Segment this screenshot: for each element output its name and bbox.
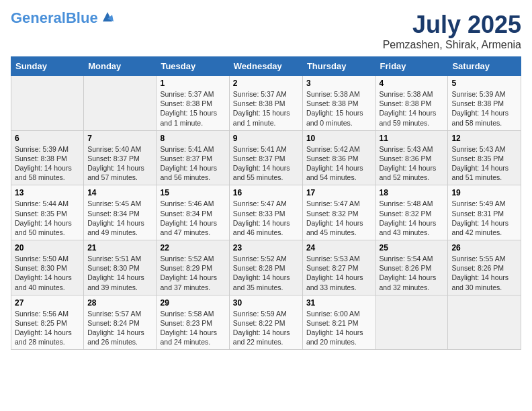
day-info: Sunrise: 5:47 AM Sunset: 8:32 PM Dayligh…	[306, 199, 363, 236]
day-cell	[448, 295, 521, 350]
day-info: Sunrise: 5:59 AM Sunset: 8:22 PM Dayligh…	[233, 310, 290, 347]
day-cell: 16Sunrise: 5:47 AM Sunset: 8:33 PM Dayli…	[229, 185, 302, 240]
week-row-3: 13Sunrise: 5:44 AM Sunset: 8:35 PM Dayli…	[11, 185, 521, 240]
day-number: 30	[233, 298, 299, 308]
logo-blue: Blue	[66, 9, 98, 26]
day-info: Sunrise: 5:55 AM Sunset: 8:26 PM Dayligh…	[451, 255, 508, 291]
column-header-saturday: Saturday	[448, 57, 521, 76]
day-info: Sunrise: 5:40 AM Sunset: 8:37 PM Dayligh…	[87, 145, 144, 182]
header-row: SundayMondayTuesdayWednesdayThursdayFrid…	[11, 57, 521, 76]
day-number: 6	[15, 134, 80, 143]
day-cell: 8Sunrise: 5:41 AM Sunset: 8:37 PM Daylig…	[157, 130, 229, 185]
week-row-5: 27Sunrise: 5:56 AM Sunset: 8:25 PM Dayli…	[11, 295, 521, 350]
day-number: 20	[15, 243, 80, 253]
day-info: Sunrise: 5:39 AM Sunset: 8:38 PM Dayligh…	[451, 90, 508, 127]
day-info: Sunrise: 5:52 AM Sunset: 8:28 PM Dayligh…	[233, 255, 290, 291]
day-number: 14	[87, 188, 152, 197]
day-cell: 1Sunrise: 5:37 AM Sunset: 8:38 PM Daylig…	[157, 76, 229, 131]
page-subtitle: Pemzashen, Shirak, Armenia	[383, 39, 521, 51]
day-number: 12	[451, 134, 517, 143]
day-info: Sunrise: 5:42 AM Sunset: 8:36 PM Dayligh…	[306, 145, 363, 182]
day-info: Sunrise: 5:50 AM Sunset: 8:30 PM Dayligh…	[15, 255, 72, 291]
day-cell: 19Sunrise: 5:49 AM Sunset: 8:31 PM Dayli…	[448, 185, 521, 240]
day-number: 22	[160, 243, 225, 253]
day-cell: 11Sunrise: 5:43 AM Sunset: 8:36 PM Dayli…	[375, 130, 448, 185]
page-title: July 2025	[383, 11, 521, 39]
day-cell: 13Sunrise: 5:44 AM Sunset: 8:35 PM Dayli…	[11, 185, 84, 240]
day-cell	[11, 76, 84, 131]
day-cell: 17Sunrise: 5:47 AM Sunset: 8:32 PM Dayli…	[302, 185, 375, 240]
day-cell: 28Sunrise: 5:57 AM Sunset: 8:24 PM Dayli…	[84, 295, 157, 350]
day-number: 9	[233, 134, 299, 143]
page-header: GeneralBlue July 2025 Pemzashen, Shirak,…	[11, 11, 521, 51]
day-cell: 4Sunrise: 5:38 AM Sunset: 8:38 PM Daylig…	[375, 76, 448, 131]
day-info: Sunrise: 5:37 AM Sunset: 8:38 PM Dayligh…	[233, 90, 290, 127]
day-info: Sunrise: 5:43 AM Sunset: 8:36 PM Dayligh…	[380, 145, 437, 182]
day-info: Sunrise: 5:44 AM Sunset: 8:35 PM Dayligh…	[15, 199, 72, 236]
day-number: 28	[87, 298, 152, 308]
day-cell: 25Sunrise: 5:54 AM Sunset: 8:26 PM Dayli…	[375, 240, 448, 295]
day-number: 19	[451, 188, 517, 197]
day-number: 2	[233, 79, 299, 88]
day-info: Sunrise: 5:43 AM Sunset: 8:35 PM Dayligh…	[451, 145, 508, 182]
day-cell: 24Sunrise: 5:53 AM Sunset: 8:27 PM Dayli…	[302, 240, 375, 295]
logo: GeneralBlue	[11, 11, 115, 26]
day-number: 3	[306, 79, 372, 88]
day-info: Sunrise: 5:49 AM Sunset: 8:31 PM Dayligh…	[451, 199, 508, 236]
day-number: 24	[306, 243, 372, 253]
day-info: Sunrise: 5:48 AM Sunset: 8:32 PM Dayligh…	[380, 199, 437, 236]
day-info: Sunrise: 5:46 AM Sunset: 8:34 PM Dayligh…	[160, 199, 217, 236]
day-number: 5	[451, 79, 517, 88]
title-block: July 2025 Pemzashen, Shirak, Armenia	[383, 11, 521, 51]
day-number: 26	[451, 243, 517, 253]
day-number: 10	[306, 134, 372, 143]
day-info: Sunrise: 5:47 AM Sunset: 8:33 PM Dayligh…	[233, 199, 290, 236]
day-cell: 23Sunrise: 5:52 AM Sunset: 8:28 PM Dayli…	[229, 240, 302, 295]
day-cell: 6Sunrise: 5:39 AM Sunset: 8:38 PM Daylig…	[11, 130, 84, 185]
day-number: 4	[380, 79, 445, 88]
day-number: 27	[15, 298, 80, 308]
day-cell: 27Sunrise: 5:56 AM Sunset: 8:25 PM Dayli…	[11, 295, 84, 350]
day-cell: 29Sunrise: 5:58 AM Sunset: 8:23 PM Dayli…	[157, 295, 229, 350]
column-header-wednesday: Wednesday	[229, 57, 302, 76]
logo-text: GeneralBlue	[11, 11, 98, 26]
day-number: 31	[306, 298, 372, 308]
column-header-sunday: Sunday	[11, 57, 84, 76]
day-cell: 2Sunrise: 5:37 AM Sunset: 8:38 PM Daylig…	[229, 76, 302, 131]
day-cell: 7Sunrise: 5:40 AM Sunset: 8:37 PM Daylig…	[84, 130, 157, 185]
day-cell: 30Sunrise: 5:59 AM Sunset: 8:22 PM Dayli…	[229, 295, 302, 350]
day-info: Sunrise: 5:58 AM Sunset: 8:23 PM Dayligh…	[160, 310, 217, 347]
day-number: 7	[87, 134, 152, 143]
week-row-1: 1Sunrise: 5:37 AM Sunset: 8:38 PM Daylig…	[11, 76, 521, 131]
column-header-friday: Friday	[375, 57, 448, 76]
day-cell: 15Sunrise: 5:46 AM Sunset: 8:34 PM Dayli…	[157, 185, 229, 240]
day-cell: 21Sunrise: 5:51 AM Sunset: 8:30 PM Dayli…	[84, 240, 157, 295]
column-header-thursday: Thursday	[302, 57, 375, 76]
day-info: Sunrise: 5:38 AM Sunset: 8:38 PM Dayligh…	[380, 90, 437, 127]
day-number: 21	[87, 243, 152, 253]
day-info: Sunrise: 5:53 AM Sunset: 8:27 PM Dayligh…	[306, 255, 363, 291]
day-cell: 18Sunrise: 5:48 AM Sunset: 8:32 PM Dayli…	[375, 185, 448, 240]
day-number: 15	[160, 188, 225, 197]
column-header-monday: Monday	[84, 57, 157, 76]
day-info: Sunrise: 5:41 AM Sunset: 8:37 PM Dayligh…	[160, 145, 217, 182]
day-cell: 26Sunrise: 5:55 AM Sunset: 8:26 PM Dayli…	[448, 240, 521, 295]
week-row-4: 20Sunrise: 5:50 AM Sunset: 8:30 PM Dayli…	[11, 240, 521, 295]
day-info: Sunrise: 5:45 AM Sunset: 8:34 PM Dayligh…	[87, 199, 144, 236]
day-number: 17	[306, 188, 372, 197]
column-header-tuesday: Tuesday	[157, 57, 229, 76]
day-cell: 14Sunrise: 5:45 AM Sunset: 8:34 PM Dayli…	[84, 185, 157, 240]
day-info: Sunrise: 5:54 AM Sunset: 8:26 PM Dayligh…	[380, 255, 437, 291]
day-number: 13	[15, 188, 80, 197]
day-number: 29	[160, 298, 225, 308]
day-number: 8	[160, 134, 225, 143]
day-cell: 10Sunrise: 5:42 AM Sunset: 8:36 PM Dayli…	[302, 130, 375, 185]
day-cell: 20Sunrise: 5:50 AM Sunset: 8:30 PM Dayli…	[11, 240, 84, 295]
day-info: Sunrise: 5:57 AM Sunset: 8:24 PM Dayligh…	[87, 310, 144, 347]
day-number: 18	[380, 188, 445, 197]
day-cell	[375, 295, 448, 350]
week-row-2: 6Sunrise: 5:39 AM Sunset: 8:38 PM Daylig…	[11, 130, 521, 185]
day-cell: 12Sunrise: 5:43 AM Sunset: 8:35 PM Dayli…	[448, 130, 521, 185]
logo-icon	[100, 9, 115, 24]
day-cell: 9Sunrise: 5:41 AM Sunset: 8:37 PM Daylig…	[229, 130, 302, 185]
